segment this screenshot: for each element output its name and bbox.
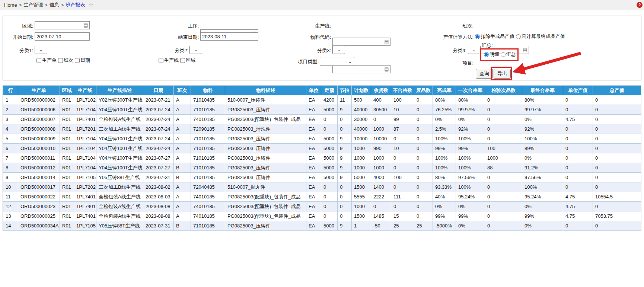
table-row[interactable]: 9ORD500000014R011PL7105Y05压铸88T生产线2023-0… <box>3 173 641 182</box>
table-cell: 0 <box>414 95 433 105</box>
lookup-grid-icon[interactable]: ▤ <box>522 47 528 53</box>
table-cell: 4.75 <box>563 115 593 124</box>
table-row[interactable]: 7ORD500000011R011PL7104Y04压铸100T生产线2023-… <box>3 153 641 163</box>
table-row[interactable]: 5ORD500000009R011PL7104Y04压铸100T生产线2023-… <box>3 134 641 144</box>
breadcrumb-info[interactable]: 信息 <box>50 1 59 8</box>
column-header[interactable]: 检验次品数 <box>485 86 522 95</box>
column-header[interactable]: 生产线描述 <box>96 86 143 95</box>
column-header[interactable]: 最终合格率 <box>522 86 563 95</box>
column-header[interactable]: 单位 <box>306 86 321 95</box>
table-cell: A <box>174 115 191 124</box>
material-code-label: 物料代码: <box>264 33 331 41</box>
production-line-input[interactable] <box>332 38 390 46</box>
help-icon[interactable]: ? <box>637 2 643 8</box>
breadcrumb-home[interactable]: Home <box>4 2 17 8</box>
category2-select[interactable]: ⌄ <box>189 46 202 54</box>
table-cell: 100 <box>485 144 522 153</box>
category1-select[interactable]: ⌄ <box>35 46 47 54</box>
column-header[interactable]: 定额 <box>321 86 338 95</box>
table-row[interactable]: 10ORD500000017R011PL7202二次加工B线生产线2023-08… <box>3 182 641 192</box>
category3-select[interactable]: ⌄ <box>332 46 345 54</box>
table-cell: 0 <box>321 202 338 211</box>
table-cell: A <box>174 211 191 221</box>
favorite-star-icon[interactable]: ☆ <box>88 1 93 8</box>
radio-deduct-semi-finished-input[interactable] <box>475 34 480 39</box>
table-row[interactable]: 13ORD500000025R011PL7401全检包装A线生产线2023-08… <box>3 211 641 221</box>
checkbox-region[interactable]: 区域 <box>180 57 195 64</box>
table-cell: 全检包装A线生产线 <box>96 202 143 211</box>
table-cell: 11 <box>338 95 352 105</box>
table-cell: 0% <box>456 115 485 124</box>
table-cell: 1PL7401 <box>74 115 96 124</box>
checkbox-shift[interactable]: 班次 <box>58 57 73 64</box>
export-button[interactable]: 导出 <box>494 69 511 79</box>
table-row[interactable]: 11ORD500000022R011PL7401全检包装A线生产线2023-08… <box>3 192 641 202</box>
table-row[interactable]: 12ORD500000023R011PL7401全检包装A线生产线2023-08… <box>3 202 641 211</box>
table-cell: 0 <box>485 211 522 221</box>
table-cell: Y04压铸100T生产线 <box>96 163 143 173</box>
checkbox-region-input[interactable] <box>180 58 185 63</box>
column-header[interactable]: 生产线 <box>74 86 96 95</box>
checkbox-production-line-input[interactable] <box>159 58 163 63</box>
table-cell: PG0825003(配重块)_包装件_成品 <box>225 202 306 211</box>
column-header[interactable]: 一次合格率 <box>456 86 485 95</box>
column-header[interactable]: 不合格数 <box>391 86 414 95</box>
category4-select[interactable]: ⌄ <box>468 46 481 54</box>
table-row[interactable]: 6ORD500000010R011PL7104Y04压铸100T生产线2023-… <box>3 144 641 153</box>
radio-summary[interactable]: 汇总 <box>501 51 516 58</box>
checkbox-production-line[interactable]: 生产线 <box>159 57 179 64</box>
column-header[interactable]: 行 <box>3 86 18 95</box>
breadcrumb-production-management[interactable]: 生产管理 <box>23 1 43 8</box>
breadcrumb-shift-report[interactable]: 班产报表 <box>66 1 85 8</box>
radio-summary-input[interactable] <box>501 52 506 57</box>
radio-detail-input[interactable] <box>484 52 489 57</box>
filter-panel: 区域: ▤ 工序: ▤ 生产线: ▤ 班次: ▤ 开始日期: 结束日期: 物料代… <box>3 16 641 80</box>
table-row[interactable]: 8ORD500000012R011PL7104Y04压铸100T生产线2023-… <box>3 163 641 173</box>
table-row[interactable]: 3ORD500000007R011PL7401全检包装A线生产线2023-07-… <box>3 115 641 124</box>
column-header[interactable]: 单位产值 <box>563 86 593 95</box>
checkbox-date[interactable]: 日期 <box>75 57 90 64</box>
radio-final-product-only-input[interactable] <box>516 34 521 39</box>
column-header[interactable]: 班次 <box>174 86 191 95</box>
query-button[interactable]: 查询 <box>476 69 493 79</box>
table-cell: 71010185 <box>191 144 225 153</box>
project-type-select[interactable]: ⌄ <box>320 57 355 66</box>
column-header[interactable]: 废品数 <box>414 86 433 95</box>
radio-deduct-semi-finished[interactable]: 扣除半成品产值 <box>475 33 514 40</box>
end-date-input[interactable] <box>200 32 258 41</box>
lookup-grid-icon[interactable]: ▤ <box>384 66 389 72</box>
column-header[interactable]: 区域 <box>60 86 74 95</box>
table-cell: 0 <box>593 134 641 144</box>
table-cell: ORD500000025 <box>18 211 60 221</box>
column-header[interactable]: 生产单 <box>18 86 60 95</box>
region-input[interactable] <box>35 21 90 29</box>
column-header[interactable]: 收货数 <box>371 86 391 95</box>
checkbox-production-order[interactable]: 生产单 <box>36 57 57 64</box>
column-header[interactable]: 节拍 <box>338 86 352 95</box>
table-cell: PG0825003_清洗件 <box>225 124 306 134</box>
table-cell: 0 <box>391 134 414 144</box>
column-header[interactable]: 完成率 <box>433 86 456 95</box>
checkbox-shift-input[interactable] <box>58 58 63 63</box>
radio-final-product-only[interactable]: 只计算最终成品产值 <box>516 33 565 40</box>
table-cell: 100% <box>456 163 485 173</box>
table-cell: 0 <box>593 163 641 173</box>
table-row[interactable]: 4ORD500000008R011PL7201二次加工A线生产线2023-07-… <box>3 124 641 134</box>
table-row[interactable]: 2ORD500000006R011PL7104Y04压铸100T生产线2023-… <box>3 105 641 115</box>
column-header[interactable]: 物料描述 <box>225 86 306 95</box>
column-header[interactable]: 物料 <box>191 86 225 95</box>
lookup-grid-icon[interactable]: ▤ <box>384 39 389 45</box>
table-cell: 92% <box>456 124 485 134</box>
column-header[interactable]: 计划数 <box>352 86 371 95</box>
table-cell: 0 <box>563 221 593 231</box>
checkbox-date-input[interactable] <box>75 58 80 63</box>
column-header[interactable]: 日期 <box>143 86 174 95</box>
table-row[interactable]: 14ORD500000034AR011PL7105Y05压铸88T生产线2023… <box>3 221 641 231</box>
lookup-grid-icon[interactable]: ▤ <box>83 22 89 28</box>
start-date-input[interactable] <box>35 32 90 41</box>
material-code-input[interactable] <box>332 65 390 73</box>
checkbox-production-order-input[interactable] <box>36 58 41 63</box>
radio-detail[interactable]: 明细 <box>484 51 499 58</box>
column-header[interactable]: 总产值 <box>593 86 641 95</box>
table-row[interactable]: 1ORD500000002R011PL7102Y02压铸300T生产线2023-… <box>3 95 641 105</box>
